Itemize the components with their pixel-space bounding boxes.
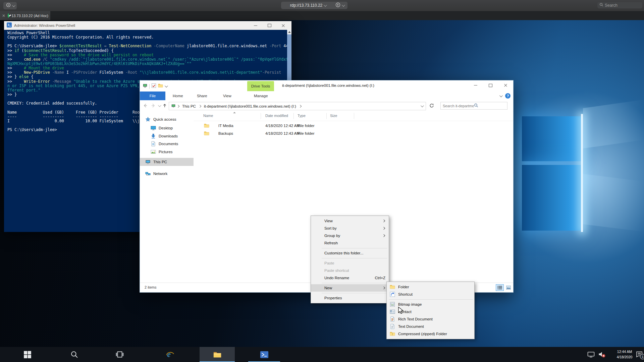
sidebar-item-quick-access[interactable]: Quick access	[140, 115, 199, 123]
volume-muted-icon[interactable]	[598, 350, 606, 358]
menu-item-new[interactable]: New	[311, 284, 389, 292]
menu-item-label: Shortcut	[398, 292, 413, 296]
menu-item-folder[interactable]: Folder	[387, 283, 474, 291]
column-header-type[interactable]: Type	[298, 114, 306, 118]
address-dropdown-icon[interactable]	[421, 104, 424, 107]
shortcut-icon	[390, 292, 395, 297]
menu-item-label: Paste shortcut	[324, 268, 349, 273]
menu-item-paste[interactable]: Paste	[311, 259, 389, 267]
menu-item-label: Folder	[398, 285, 409, 289]
breadcrumb-share-path[interactable]: it-department (\\jlabstore001.file.core.…	[202, 104, 298, 108]
explorer-titlebar[interactable]: Drive Tools it-department (\\jlabstore00…	[140, 80, 513, 92]
client-search-input[interactable]: Search	[597, 2, 642, 8]
connect-button[interactable]	[332, 2, 347, 9]
navigation-pane: Quick accessDesktopDownloadsDocumentsPic…	[140, 112, 194, 283]
svg-text:e: e	[167, 350, 171, 359]
target-icon	[6, 3, 11, 9]
recent-locations-icon[interactable]	[158, 104, 161, 107]
close-button[interactable]	[498, 80, 513, 90]
powershell-icon	[260, 350, 269, 359]
console-line: Copyright (C) 2016 Microsoft Corporation…	[7, 35, 286, 40]
menu-item-shortcut[interactable]: Shortcut	[387, 291, 474, 298]
breadcrumb-this-pc[interactable]: This PC	[180, 104, 198, 108]
checkmark-icon[interactable]	[151, 83, 156, 89]
menu-item-group-by[interactable]: Group by	[311, 232, 389, 239]
internet-explorer-icon: e	[166, 350, 174, 359]
menu-item-text-document[interactable]: Text Document	[387, 323, 474, 330]
rdp-address-dropdown[interactable]: rdp://13.73.110.22	[281, 2, 335, 9]
notification-badge: 1	[640, 354, 644, 359]
minimize-button[interactable]	[250, 22, 261, 29]
tab-view[interactable]: View	[220, 92, 235, 100]
start-button[interactable]	[17, 347, 38, 362]
column-header-name[interactable]: Name	[203, 114, 213, 118]
details-view-button[interactable]	[496, 284, 504, 291]
powershell-titlebar[interactable]: Administrator: Windows PowerShell	[4, 21, 291, 30]
tab-share[interactable]: Share	[194, 92, 211, 100]
task-view-button[interactable]	[109, 347, 130, 362]
file-date-modified: 4/18/2020 12:42 AM	[265, 124, 300, 128]
menu-separator	[311, 257, 389, 259]
tab-file[interactable]: File	[140, 92, 165, 100]
file-name: IT Media	[218, 124, 233, 128]
file-explorer-button[interactable]	[200, 347, 235, 362]
sidebar-item-this-pc[interactable]: This PC	[140, 158, 199, 166]
close-tab-icon[interactable]: ✕	[2, 14, 5, 18]
close-button[interactable]	[277, 22, 289, 29]
taskbar-search-button[interactable]	[64, 347, 85, 362]
menu-item-customize-this-folder[interactable]: Customize this folder...	[311, 249, 389, 257]
tab-home[interactable]: Home	[169, 92, 186, 100]
session-tab[interactable]: ✕ 13.73.110.22 (Ad Hoc)	[0, 11, 50, 20]
network-icon[interactable]	[587, 350, 595, 358]
folder-icon	[390, 284, 395, 290]
customize-qat-icon[interactable]	[165, 84, 168, 87]
menu-item-properties[interactable]: Properties	[311, 294, 389, 302]
session-app-icon	[8, 13, 9, 18]
column-header-date[interactable]: Date modified	[265, 114, 288, 118]
wallpaper-light-beam	[583, 174, 644, 232]
back-icon[interactable]	[143, 103, 148, 110]
powershell-taskbar-button[interactable]	[248, 347, 280, 362]
scroll-up-icon[interactable]	[287, 30, 291, 34]
internet-explorer-button[interactable]: e	[156, 347, 184, 362]
menu-item-paste-shortcut[interactable]: Paste shortcut	[311, 267, 389, 274]
collapse-ribbon-icon[interactable]	[499, 94, 503, 97]
menu-item-compressed-zipped-folder[interactable]: Compressed (zipped) Folder	[387, 330, 474, 338]
menu-item-rich-text-document[interactable]: Rich Text Document	[387, 315, 474, 323]
folder-icon	[204, 123, 209, 128]
txt-icon	[390, 324, 395, 329]
sidebar-item-network[interactable]: Network	[140, 170, 199, 178]
documents-icon	[151, 141, 156, 146]
menu-separator	[311, 247, 389, 249]
menu-separator	[311, 282, 389, 284]
thumbnail-view-button[interactable]	[504, 284, 513, 291]
address-box[interactable]: This PC it-department (\\jlabstore001.fi…	[169, 102, 426, 110]
taskbar-clock[interactable]: 12:44 AM 4/18/2020	[610, 349, 639, 360]
refresh-icon[interactable]	[429, 103, 435, 109]
file-row-it-media[interactable]: IT Media4/18/2020 12:42 AMFile folder	[194, 122, 513, 129]
maximize-button[interactable]	[483, 80, 498, 90]
up-icon[interactable]	[162, 103, 167, 110]
help-icon[interactable]: ?	[505, 93, 511, 99]
screen: rdp://13.73.110.22 Search ✕ 13.73.110.22…	[0, 0, 644, 362]
contact-icon	[390, 309, 395, 314]
mouse-cursor	[398, 307, 405, 316]
menu-item-refresh[interactable]: Refresh	[311, 239, 389, 247]
file-row-backups[interactable]: Backups4/18/2020 12:43 AMFile folder	[194, 129, 513, 137]
explorer-search-input[interactable]: Search it-department (\\jlabst...	[440, 102, 507, 110]
search-icon	[599, 3, 603, 8]
forward-icon[interactable]	[151, 103, 156, 110]
drive-tools-tab[interactable]: Drive Tools	[247, 81, 274, 91]
tab-manage[interactable]: Manage	[251, 92, 271, 100]
menu-item-sort-by[interactable]: Sort by	[311, 225, 389, 232]
wallpaper-light-beam	[583, 100, 644, 148]
minimize-button[interactable]	[468, 80, 483, 90]
maximize-button[interactable]	[264, 22, 275, 29]
menu-item-undo-rename[interactable]: Undo RenameCtrl+Z	[311, 274, 389, 282]
submenu-arrow-icon	[382, 287, 385, 289]
column-header-size[interactable]: Size	[330, 114, 337, 118]
new-folder-icon[interactable]	[158, 83, 163, 89]
menu-item-view[interactable]: View	[311, 217, 389, 225]
session-options-button[interactable]	[3, 2, 17, 9]
computer-icon[interactable]	[143, 83, 148, 89]
